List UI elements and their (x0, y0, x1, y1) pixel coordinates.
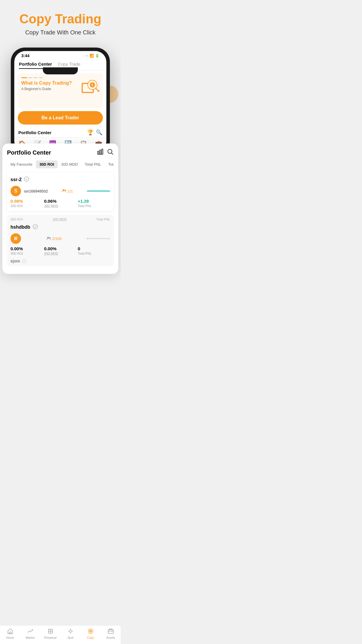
trader-name-ssr2: ssr-2 (10, 177, 22, 182)
trader-name-hshdbdb: hshdbdb (10, 225, 30, 230)
mdd-value-ssr2: 0.06% (44, 199, 76, 204)
trader-name-row-ssr2: ssr-2 (10, 176, 110, 183)
mdd-stat-hshdbdb: 0.00% 30D MDD (44, 246, 76, 255)
leaderboard-icon-card[interactable] (97, 148, 104, 157)
phone-portfolio-title: Portfolio Center (18, 130, 51, 135)
partial-header-row: 30D ROI 30D MDD Total PNL (10, 218, 110, 221)
partial-trader-ejom: ejom (10, 259, 110, 263)
card-title: Portfolio Center (7, 149, 51, 156)
mdd-value-hshdbdb: 0.00% (44, 246, 76, 251)
status-icons: ··· 📶 🔋 (85, 54, 99, 58)
filter-30d-roi[interactable]: 30D ROI (36, 160, 58, 168)
pnl-stat-ssr2: +1.29 Total PNL (78, 199, 110, 208)
phone-banner: What is Copy Trading? A Beginner's Guide… (18, 73, 103, 108)
banner-dot-4 (39, 77, 43, 78)
be-lead-trader-button[interactable]: Be a Lead Trader (18, 111, 103, 125)
card-header: Portfolio Center (7, 148, 114, 157)
pnl-stat-hshdbdb: 0 Total PNL (78, 246, 110, 255)
mdd-label-hshdbdb: 30D MDD (44, 252, 76, 255)
filter-30d-mdd[interactable]: 30D MDD (58, 160, 81, 168)
status-bar: 3:44 ··· 📶 🔋 (14, 51, 106, 59)
trader-avatar-ssr2: S (10, 186, 21, 196)
svg-line-13 (112, 153, 113, 155)
notch (43, 67, 78, 74)
trader-avatar-hshdbdb: 跟 (10, 233, 21, 244)
partial-roi-header: 30D ROI (10, 218, 23, 221)
trader-followers-hshdbdb: 2/100 (46, 237, 62, 241)
verified-icon-hshdbdb (33, 224, 38, 230)
phone-section-actions: 🏆 🔍 (87, 129, 102, 136)
svg-point-12 (108, 149, 112, 153)
trader-card-ssr2: ssr-2 S ssr168948502 (7, 173, 114, 211)
phone-frame: 3:44 ··· 📶 🔋 Portfolio Center Copy Trade (11, 48, 110, 155)
trader-followers-ssr2: 1/1 (62, 189, 73, 193)
progress-bar-ssr2 (87, 190, 110, 192)
phone-mockup: 3:44 ··· 📶 🔋 Portfolio Center Copy Trade (0, 48, 121, 155)
progress-fill-hshdbdb (87, 238, 87, 239)
status-time: 3:44 (21, 53, 29, 58)
svg-rect-11 (102, 149, 103, 154)
battery-icon: 🔋 (95, 54, 99, 58)
roi-label-hshdbdb: 30D ROI (10, 252, 43, 255)
banner-dot-3 (34, 77, 38, 78)
verified-icon-ejom (22, 259, 27, 263)
verified-icon-ssr2 (24, 176, 29, 183)
pnl-label-ssr2: Total PNL (78, 204, 110, 208)
partial-pnl-header: Total PNL (96, 218, 110, 221)
wifi-icon: 📶 (89, 54, 94, 58)
svg-point-18 (47, 237, 49, 239)
phone-section-header: Portfolio Center 🏆 🔍 (14, 127, 106, 137)
trader-row-hshdbdb: hshdbdb 跟 (10, 224, 110, 255)
trader-info-row-hshdbdb: 跟 2/100 (10, 233, 110, 244)
trader-stats-hshdbdb: 0.00% 30D ROI 0.00% 30D MDD 0 Total PNL (10, 246, 110, 255)
phone-partial-section: 30D ROI 30D MDD Total PNL hshdbdb 跟 (7, 215, 114, 266)
partial-trader-name: ejom (10, 259, 20, 263)
banner-dot-2 (28, 77, 32, 78)
filter-total-portfol[interactable]: Total Portfol (105, 160, 114, 168)
roi-stat-ssr2: 0.08% 30D ROI (10, 199, 43, 208)
svg-text:$: $ (92, 83, 93, 87)
roi-label-ssr2: 30D ROI (10, 204, 43, 208)
mdd-stat-ssr2: 0.06% 30D MDD (44, 199, 76, 208)
pnl-value-ssr2: +1.29 (78, 199, 110, 204)
banner-illustration: $ (77, 76, 101, 99)
followers-count-hshdbdb: 2/100 (52, 237, 62, 241)
trader-id-ssr2: ssr168948502 (24, 189, 48, 193)
pnl-label-hshdbdb: Total PNL (78, 252, 110, 255)
trader-name-row-hshdbdb: hshdbdb (10, 224, 110, 230)
pnl-value-hshdbdb: 0 (78, 246, 110, 251)
progress-bar-hshdbdb (87, 238, 110, 239)
trader-stats-ssr2: 0.08% 30D ROI 0.06% 30D MDD +1.29 Total … (10, 199, 110, 208)
mdd-label-ssr2: 30D MDD (44, 204, 76, 208)
followers-count-ssr2: 1/1 (68, 189, 73, 193)
page-header: Copy Trading Copy Trade With One Click (0, 0, 121, 42)
svg-rect-9 (98, 151, 99, 154)
trader-info-row-ssr2: S ssr168948502 1/1 (10, 186, 110, 196)
signal-icon: ··· (85, 54, 88, 58)
page-title: Copy Trading (6, 12, 115, 26)
filter-my-favourite[interactable]: My Favourite (7, 160, 36, 168)
filter-tabs: My Favourite 30D ROI 30D MDD Total PNL T… (7, 160, 114, 168)
roi-value-hshdbdb: 0.00% (10, 246, 43, 251)
search-icon-card[interactable] (107, 148, 114, 157)
svg-point-7 (98, 90, 99, 92)
svg-point-16 (65, 190, 66, 191)
phone-inner: 3:44 ··· 📶 🔋 Portfolio Center Copy Trade (14, 51, 106, 152)
progress-fill-ssr2 (87, 190, 110, 192)
roi-stat-hshdbdb: 0.00% 30D ROI (10, 246, 43, 255)
svg-rect-10 (100, 150, 101, 154)
banner-dot-1 (21, 77, 27, 78)
partial-mdd-header: 30D MDD (52, 218, 66, 221)
filter-total-pnl[interactable]: Total PNL (81, 160, 105, 168)
roi-value-ssr2: 0.08% (10, 199, 43, 204)
portfolio-floating-card: Portfolio Center (2, 144, 118, 274)
svg-line-6 (96, 88, 98, 91)
svg-point-19 (49, 237, 50, 239)
search-icon-phone[interactable]: 🔍 (96, 129, 102, 136)
svg-point-20 (22, 259, 26, 263)
page-subtitle: Copy Trade With One Click (6, 29, 115, 36)
leaderboard-icon[interactable]: 🏆 (87, 129, 94, 136)
svg-point-15 (63, 189, 64, 191)
card-header-icons (97, 148, 114, 157)
